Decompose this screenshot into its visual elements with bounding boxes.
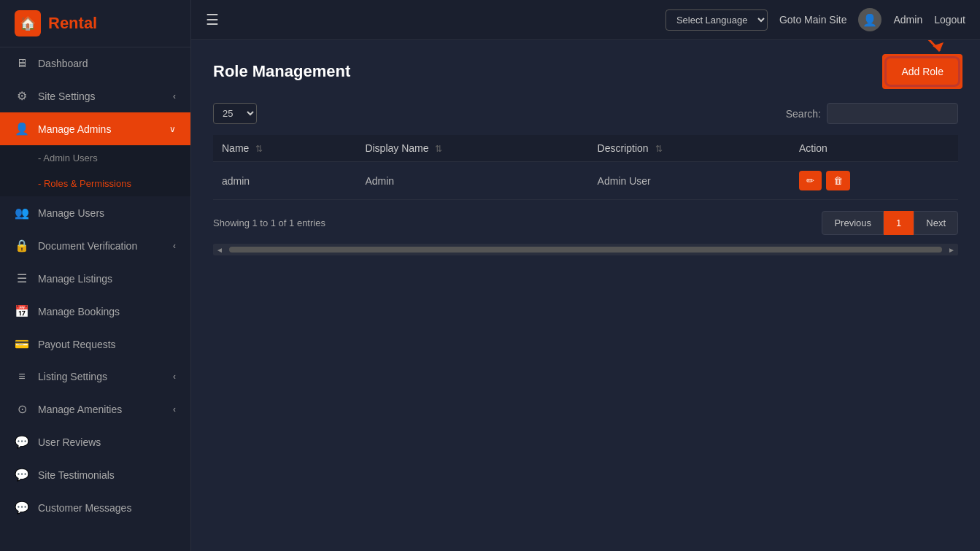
svg-marker-1 xyxy=(933,42,944,51)
sidebar-item-listing-settings[interactable]: ≡ Listing Settings ‹ xyxy=(0,361,190,393)
logo: 🏠 Rental xyxy=(0,0,190,47)
sidebar-item-manage-listings[interactable]: ☰ Manage Listings xyxy=(0,262,190,295)
admin-username: Admin xyxy=(893,14,922,26)
next-button[interactable]: Next xyxy=(914,211,958,235)
horizontal-scrollbar[interactable]: ◄ ► xyxy=(213,244,958,255)
main-content: Role Management Add Role 10 25 50 xyxy=(191,40,980,551)
chevron-icon: ‹ xyxy=(173,371,176,382)
cell-name: admin xyxy=(213,162,356,200)
chevron-down-icon: ∨ xyxy=(169,124,176,134)
sidebar-item-label: Manage Listings xyxy=(38,273,176,285)
sidebar-item-manage-amenities[interactable]: ⊙ Manage Amenities ‹ xyxy=(0,393,190,425)
sidebar-item-customer-messages[interactable]: 💬 Customer Messages xyxy=(0,491,190,524)
add-role-wrapper: Add Role xyxy=(887,58,958,85)
col-display-name: Display Name ⇅ xyxy=(356,135,588,162)
sidebar-subitem-roles-permissions[interactable]: Roles & Permissions xyxy=(0,171,190,196)
admin-icon: 👤 xyxy=(15,122,29,136)
table-row: admin Admin Admin User ✏ 🗑 xyxy=(213,162,958,200)
sidebar-item-label: User Reviews xyxy=(38,436,176,448)
sidebar-item-payout-requests[interactable]: 💳 Payout Requests xyxy=(0,328,190,361)
listing-settings-icon: ≡ xyxy=(15,370,29,383)
cell-description: Admin User xyxy=(589,162,790,200)
main-area: ☰ Select Language English Spanish French… xyxy=(191,0,980,551)
previous-button[interactable]: Previous xyxy=(822,211,884,235)
topbar-right: Select Language English Spanish French G… xyxy=(665,8,965,31)
svg-line-0 xyxy=(914,40,940,51)
sidebar-item-manage-admins[interactable]: 👤 Manage Admins ∨ xyxy=(0,112,190,145)
pagination: Previous 1 Next xyxy=(822,211,958,235)
lock-icon: 🔒 xyxy=(15,239,29,253)
users-icon: 👥 xyxy=(15,206,29,220)
sort-icon-display[interactable]: ⇅ xyxy=(435,144,442,154)
sidebar-item-label: Site Testimonials xyxy=(38,469,176,481)
logout-button[interactable]: Logout xyxy=(934,14,965,26)
sidebar-item-manage-bookings[interactable]: 📅 Manage Bookings xyxy=(0,295,190,328)
search-input[interactable] xyxy=(827,103,958,124)
table-controls: 10 25 50 100 Search: xyxy=(213,103,958,124)
page-title: Role Management xyxy=(213,62,350,81)
sidebar-item-label: Payout Requests xyxy=(38,339,176,350)
sidebar-item-label: Manage Amenities xyxy=(38,404,164,415)
arrow-annotation xyxy=(907,40,951,59)
table-header-row: Name ⇅ Display Name ⇅ Description ⇅ Acti… xyxy=(213,135,958,162)
sidebar-item-label: Manage Admins xyxy=(38,123,161,135)
sidebar-item-document-verification[interactable]: 🔒 Document Verification ‹ xyxy=(0,229,190,262)
add-role-button[interactable]: Add Role xyxy=(887,58,958,85)
sidebar-item-label: Site Settings xyxy=(38,90,164,102)
messages-icon: 💬 xyxy=(15,501,29,515)
testimonials-icon: 💬 xyxy=(15,468,29,482)
search-label: Search: xyxy=(786,108,821,120)
language-select[interactable]: Select Language English Spanish French xyxy=(665,9,768,31)
action-buttons: ✏ 🗑 xyxy=(799,171,949,190)
table-footer: Showing 1 to 1 of 1 entries Previous 1 N… xyxy=(213,211,958,235)
col-action: Action xyxy=(790,135,958,162)
reviews-icon: 💬 xyxy=(15,435,29,449)
delete-button[interactable]: 🗑 xyxy=(826,171,850,190)
cell-display-name: Admin xyxy=(356,162,588,200)
sidebar-item-label: Customer Messages xyxy=(38,502,176,514)
amenities-icon: ⊙ xyxy=(15,402,29,416)
sort-icon-desc[interactable]: ⇅ xyxy=(655,144,663,154)
per-page-select[interactable]: 10 25 50 100 xyxy=(213,103,257,124)
sidebar-item-label: Listing Settings xyxy=(38,371,164,382)
sidebar-item-dashboard[interactable]: 🖥 Dashboard xyxy=(0,47,190,80)
hamburger-icon[interactable]: ☰ xyxy=(206,11,219,28)
topbar: ☰ Select Language English Spanish French… xyxy=(191,0,980,40)
sidebar-item-site-testimonials[interactable]: 💬 Site Testimonials xyxy=(0,458,190,491)
sidebar-item-label: Manage Bookings xyxy=(38,306,176,317)
search-box: Search: xyxy=(786,103,958,124)
entries-info: Showing 1 to 1 of 1 entries xyxy=(213,217,325,228)
roles-table: Name ⇅ Display Name ⇅ Description ⇅ Acti… xyxy=(213,135,958,200)
sidebar-item-label: Manage Users xyxy=(38,207,176,219)
manage-admins-submenu: Admin Users Roles & Permissions xyxy=(0,145,190,196)
sidebar-item-label: Document Verification xyxy=(38,240,164,252)
scroll-right-arrow[interactable]: ► xyxy=(945,246,958,254)
sidebar-item-user-reviews[interactable]: 💬 User Reviews xyxy=(0,425,190,458)
settings-icon: ⚙ xyxy=(15,89,29,103)
avatar: 👤 xyxy=(858,8,881,31)
dashboard-icon: 🖥 xyxy=(15,57,29,70)
logo-text: Rental xyxy=(48,14,97,33)
col-description: Description ⇅ xyxy=(589,135,790,162)
payout-icon: 💳 xyxy=(15,337,29,351)
chevron-icon: ‹ xyxy=(173,404,176,415)
cell-action: ✏ 🗑 xyxy=(790,162,958,200)
listings-icon: ☰ xyxy=(15,271,29,285)
col-name: Name ⇅ xyxy=(213,135,356,162)
scroll-thumb[interactable] xyxy=(229,247,942,253)
sidebar-item-site-settings[interactable]: ⚙ Site Settings ‹ xyxy=(0,80,190,112)
edit-button[interactable]: ✏ xyxy=(799,171,822,190)
sidebar-item-manage-users[interactable]: 👥 Manage Users xyxy=(0,196,190,229)
sidebar-subitem-admin-users[interactable]: Admin Users xyxy=(0,145,190,171)
page-1-button[interactable]: 1 xyxy=(884,211,914,235)
scroll-left-arrow[interactable]: ◄ xyxy=(213,246,226,254)
sort-icon-name[interactable]: ⇅ xyxy=(255,144,263,154)
calendar-icon: 📅 xyxy=(15,304,29,318)
goto-main-site-link[interactable]: Goto Main Site xyxy=(779,14,847,26)
sidebar: 🏠 Rental 🖥 Dashboard ⚙ Site Settings ‹ 👤… xyxy=(0,0,191,551)
topbar-left: ☰ xyxy=(206,11,219,28)
logo-icon: 🏠 xyxy=(15,10,41,36)
chevron-icon: ‹ xyxy=(173,91,176,101)
page-header: Role Management Add Role xyxy=(213,58,958,85)
sidebar-item-label: Dashboard xyxy=(38,58,176,69)
